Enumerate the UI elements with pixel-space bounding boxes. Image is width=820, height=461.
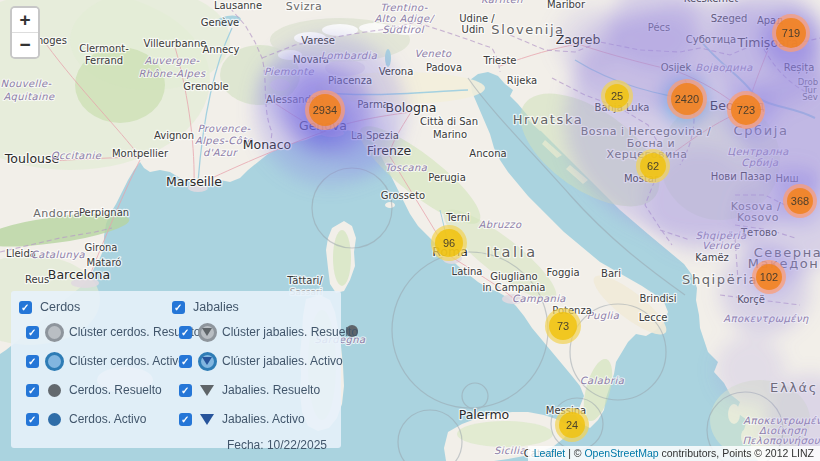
map-label: Grenoble — [183, 81, 229, 92]
cluster-inner: 368 — [787, 188, 813, 214]
map-label: Città di San — [420, 116, 478, 127]
legend-item: Clúster jabalies. Resuelto — [172, 321, 358, 343]
map-label: Auvergne- — [144, 55, 199, 67]
cluster-inner: 2934 — [309, 94, 341, 126]
attribution-separator: | © — [565, 447, 584, 459]
attribution-bar: Leaflet | © OpenStreetMap contributors, … — [528, 446, 820, 461]
map-label: Rijeka — [507, 75, 537, 86]
cluster-inner: 24 — [559, 412, 585, 438]
checkbox-cluster-boar-active[interactable] — [179, 355, 192, 368]
map-label: Latina — [452, 266, 483, 277]
map-label: Occitanie — [51, 150, 102, 161]
map-label: in Campania — [483, 282, 546, 293]
zoom-in-button[interactable]: + — [12, 8, 38, 32]
map-label: Padova — [426, 62, 462, 73]
cluster-marker[interactable]: 73 — [545, 308, 581, 344]
cluster-marker[interactable]: 723 — [727, 91, 765, 129]
checkbox-pig-active[interactable] — [26, 413, 39, 426]
legend-item: Clúster cerdos. Activo — [19, 350, 172, 372]
legend-column: CerdosClúster cerdos. ResueltoClúster ce… — [19, 298, 172, 437]
map-label: Aquitaine — [3, 91, 54, 103]
zoom-control: + − — [10, 6, 40, 59]
legend-columns: CerdosClúster cerdos. ResueltoClúster ce… — [19, 298, 331, 437]
date-label: Fecha: 10/22/2025 — [19, 438, 331, 452]
cluster-marker[interactable]: 96 — [431, 225, 467, 261]
map-label: Lecce — [639, 312, 668, 323]
cluster-count: 62 — [647, 160, 659, 172]
cluster-count: 368 — [791, 195, 809, 207]
checkbox-boar-active[interactable] — [179, 413, 192, 426]
legend-group-header: Cerdos — [19, 298, 172, 316]
map-label: Toscana — [385, 162, 428, 173]
map-label: Ancona — [469, 148, 506, 159]
checkbox-cluster-boar-resolved[interactable] — [179, 326, 192, 339]
cluster-inner: 73 — [549, 312, 577, 340]
cluster-boar-resolved-icon — [196, 321, 218, 343]
map-label: Svizra — [286, 0, 323, 13]
cluster-count: 723 — [737, 104, 755, 116]
map-label: Avignon — [154, 130, 194, 141]
cluster-pig-resolved-icon — [43, 321, 65, 343]
map-label: Lausanne — [214, 0, 262, 11]
pig-active-icon — [43, 408, 65, 430]
legend-item: Clúster cerdos. Resuelto — [19, 321, 172, 343]
map-label: Grosseto — [381, 190, 425, 201]
map-label: Marino — [433, 129, 467, 140]
cluster-marker[interactable]: 719 — [772, 14, 810, 52]
cluster-marker[interactable]: 24 — [555, 408, 589, 442]
map-label: Calabria — [580, 375, 625, 386]
cluster-inner: 2420 — [671, 83, 703, 115]
legend-group-label: Jabalies — [193, 300, 239, 314]
map-label: Nouvelle- — [1, 78, 52, 89]
cluster-marker[interactable]: 102 — [752, 260, 786, 294]
cluster-marker[interactable]: 368 — [783, 184, 817, 218]
map-label: Perpignan — [79, 207, 129, 218]
cluster-marker[interactable]: 62 — [636, 149, 670, 183]
checkbox-cluster-pig-active[interactable] — [26, 355, 39, 368]
leaflet-link[interactable]: Leaflet — [534, 447, 566, 459]
cluster-count: 73 — [557, 320, 569, 332]
map-label: Tättari/ — [286, 275, 323, 286]
map-label: Udine / — [459, 13, 495, 24]
map-label: d'Azur — [203, 147, 239, 158]
legend-item-label: Clúster cerdos. Activo — [69, 354, 185, 368]
map-label: Andorra — [33, 207, 80, 220]
checkbox-boar-resolved[interactable] — [179, 384, 192, 397]
cluster-pig-active-icon — [43, 350, 65, 372]
map-label: Palermo — [459, 407, 510, 422]
legend-panel: CerdosClúster cerdos. ResueltoClúster ce… — [11, 291, 341, 448]
map-label: Ferrand — [85, 55, 123, 66]
map-label: Marseille — [166, 174, 222, 189]
map-label: Villeurbanne — [144, 38, 207, 49]
cluster-count: 2420 — [675, 93, 699, 105]
map-label: Perugia — [428, 172, 466, 183]
map-label: Annecy — [202, 44, 239, 55]
checkbox-pig-resolved[interactable] — [26, 384, 39, 397]
cluster-marker[interactable]: 25 — [601, 80, 633, 112]
legend-item-label: Cerdos. Activo — [69, 412, 146, 426]
pig-resolved-icon — [43, 379, 65, 401]
map-viewport[interactable]: LimogesClermont-FerrandNouvelle-Aquitain… — [0, 0, 820, 461]
map-label: Provence- — [197, 123, 250, 134]
legend-item-label: Clúster jabalies. Activo — [222, 354, 343, 368]
legend-column: JabaliesClúster jabalies. ResueltoClúste… — [172, 298, 358, 437]
map-label: Italia — [486, 244, 537, 260]
cluster-marker[interactable]: 2420 — [667, 79, 707, 119]
cluster-inner: 719 — [776, 18, 806, 48]
checkbox-cluster-pig-resolved[interactable] — [26, 326, 39, 339]
cluster-inner: 25 — [605, 84, 629, 108]
cluster-count: 2934 — [313, 104, 337, 116]
cluster-inner: 62 — [640, 153, 666, 179]
checkbox-cerdos[interactable] — [19, 301, 32, 314]
map-label: Kärnten — [481, 0, 523, 5]
checkbox-jabalies[interactable] — [172, 301, 185, 314]
cluster-marker[interactable]: 2934 — [305, 90, 345, 130]
map-label: Barcelona — [48, 267, 110, 282]
cluster-count: 719 — [782, 27, 800, 39]
legend-item-label: Jabalies. Activo — [222, 412, 305, 426]
map-label: Montpellier — [112, 148, 169, 159]
openstreetmap-link[interactable]: OpenStreetMap — [584, 447, 658, 459]
map-label: Trentino- — [380, 2, 428, 13]
zoom-out-button[interactable]: − — [12, 32, 38, 57]
legend-item: Cerdos. Resuelto — [19, 379, 172, 401]
